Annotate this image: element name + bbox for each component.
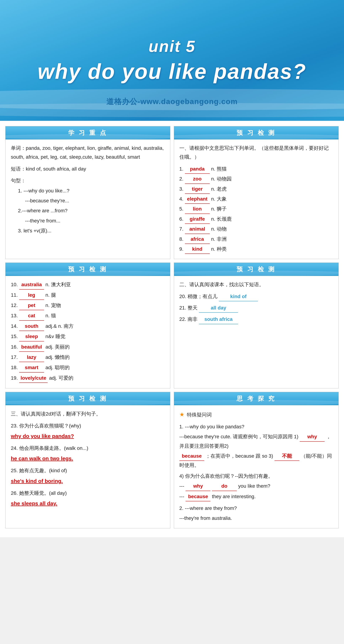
panel-study-header: 学 习 重 点: [6, 126, 170, 140]
preview1-item: 2. zoo n. 动物园: [179, 174, 333, 184]
blank-cannot: 不能: [274, 452, 299, 461]
panel-think-header: 思 考 探 究: [174, 392, 339, 405]
panel-preview2: 预 习 检 测 10. australia n. 澳大利亚11. leg n. …: [5, 262, 170, 388]
panel-think: 思 考 探 究 ★ 特殊疑问词 1. ---why do you like pa…: [174, 392, 339, 528]
panel-preview3-header: 预 习 检 测: [174, 263, 339, 276]
preview3-item: 21. 整天 all day: [179, 304, 333, 313]
panel-study-body: 单词：panda, zoo, tiger, elephant, lion, gi…: [6, 140, 170, 241]
preview2-item: 19. lovely/cute adj. 可爱的: [11, 374, 165, 383]
preview4-item: 26. 她整天睡觉。(all day) she sleeps all day.: [11, 489, 165, 508]
preview1-item: 6. giraffe n. 长颈鹿: [179, 214, 333, 224]
s2: ---because they're...: [11, 196, 165, 205]
preview2-item: 10. australia n. 澳大利亚: [11, 280, 165, 290]
phrase-text: kind of, south africa, all day: [26, 166, 86, 172]
preview2-item: 15. sleep n&v 睡觉: [11, 332, 165, 341]
preview1-items: 1. panda n. 熊猫2. zoo n. 动物园3. tiger n. 老…: [179, 164, 333, 254]
preview3-item: 20. 稍微；有点儿 kind of: [179, 292, 333, 301]
think-q1: 1. ---why do you like pandas?: [179, 422, 333, 431]
panel-preview2-body: 10. australia n. 澳大利亚11. leg n. 腿12. pet…: [6, 276, 170, 388]
preview4-intro: 三、请认真阅读2d对话，翻译下列句子。: [11, 410, 165, 418]
panel-preview4: 预 习 检 测 三、请认真阅读2d对话，翻译下列句子。 23. 你为什么喜欢熊猫…: [5, 392, 170, 528]
blank-why2: why: [186, 482, 210, 491]
row2: 预 习 检 测 10. australia n. 澳大利亚11. leg n. …: [5, 262, 339, 388]
sentence-label: 句型：: [11, 176, 165, 185]
star-icon: ★: [179, 411, 185, 418]
think-title: 特殊疑问词: [187, 412, 212, 418]
s4: ---they're from...: [11, 216, 165, 225]
preview3-items: 20. 稍微；有点儿 kind of21. 整天 all day22. 南非 s…: [179, 292, 333, 324]
vocab-text: panda, zoo, tiger, elephant, lion, giraf…: [11, 145, 164, 160]
think-q2: 2. ---where are they from?: [179, 504, 333, 513]
preview2-item: 11. leg n. 腿: [11, 291, 165, 300]
preview1-item: 9. kind n. 种类: [179, 245, 333, 254]
think-q1b: 4) 你为什么喜欢他们呢？--因为他们有趣。: [179, 472, 333, 480]
blank-because: because: [179, 452, 204, 461]
preview1-item: 8. africa n. 非洲: [179, 235, 333, 244]
think-because-line2: --- because they are interesting.: [179, 492, 333, 501]
s1: 1. ---why do you like...?: [11, 186, 165, 195]
panel-preview4-header: 预 习 检 测: [6, 392, 170, 405]
preview2-item: 18. smart adj. 聪明的: [11, 363, 165, 372]
s3: 2.---where are ...from?: [11, 206, 165, 215]
preview2-item: 17. lazy adj. 懒惰的: [11, 353, 165, 362]
blank-do: do: [212, 482, 237, 491]
preview2-item: 14. south adj.& n. 南方: [11, 322, 165, 331]
page-header: unit 5 why do you like pandas? 道格办公-www.…: [0, 0, 344, 121]
preview1-item: 4. elephant n. 大象: [179, 194, 333, 204]
panel-preview1-body: 一、请根据中文意思写出下列单词。（这些都是黑体单词，要好好记住哦。） 1. pa…: [174, 140, 339, 259]
preview2-items: 10. australia n. 澳大利亚11. leg n. 腿12. pet…: [11, 280, 165, 383]
blank-why1: why: [300, 432, 325, 442]
preview4-item: 23. 你为什么喜欢熊猫呢？(why) why do you like pand…: [11, 422, 165, 441]
think-q2a: ---they're from australia.: [179, 514, 333, 523]
header-title1: unit 5: [149, 37, 196, 56]
preview2-item: 12. pet n. 宠物: [11, 301, 165, 310]
header-title2: why do you like pandas?: [38, 59, 306, 84]
header-watermark: 道格办公-www.daogebangong.com: [106, 97, 238, 106]
think-because-line: because ；在英语中，because 跟 so 3) 不能 （能/不能）同…: [179, 452, 333, 470]
row1: 学 习 重 点 单词：panda, zoo, tiger, elephant, …: [5, 126, 339, 259]
panel-preview1-header: 预 习 检 测: [174, 126, 339, 140]
preview4-items: 23. 你为什么喜欢熊猫呢？(why) why do you like pand…: [11, 422, 165, 508]
preview1-item: 3. tiger n. 老虎: [179, 184, 333, 194]
preview2-item: 13. cat n. 猫: [11, 311, 165, 320]
preview3-item: 22. 南非 south africa: [179, 315, 333, 324]
preview3-intro: 二、请认真阅读课本，找出以下短语。: [179, 280, 333, 289]
preview2-item: 16. beautiful adj. 美丽的: [11, 342, 165, 352]
panel-preview1: 预 习 检 测 一、请根据中文意思写出下列单词。（这些都是黑体单词，要好好记住哦…: [174, 126, 339, 259]
row3: 预 习 检 测 三、请认真阅读2d对话，翻译下列句子。 23. 你为什么喜欢熊猫…: [5, 392, 339, 528]
phrase-label: 短语：: [11, 166, 26, 172]
preview4-item: 25. 她有点无趣。(kind of) she's kind of boring…: [11, 466, 165, 486]
phrase-line: 短语：kind of, south africa, all day: [11, 164, 165, 174]
panel-preview4-body: 三、请认真阅读2d对话，翻译下列句子。 23. 你为什么喜欢熊猫呢？(why) …: [6, 405, 170, 516]
think-q1a: ---because they're cute. 请观察例句，可知问原因用 1)…: [179, 432, 333, 450]
panel-preview3: 预 习 检 测 二、请认真阅读课本，找出以下短语。 20. 稍微；有点儿 kin…: [174, 262, 339, 388]
panel-preview3-body: 二、请认真阅读课本，找出以下短语。 20. 稍微；有点儿 kind of21. …: [174, 276, 339, 330]
content-area: 学 习 重 点 单词：panda, zoo, tiger, elephant, …: [0, 121, 344, 537]
s5: 3. let's +v(原)...: [11, 226, 165, 235]
blank-because2: because: [186, 492, 210, 501]
preview1-item: 1. panda n. 熊猫: [179, 164, 333, 174]
preview1-item: 5. lion n. 狮子: [179, 204, 333, 214]
panel-study: 学 习 重 点 单词：panda, zoo, tiger, elephant, …: [5, 126, 170, 259]
vocab-label: 单词：: [11, 145, 26, 151]
preview1-intro: 一、请根据中文意思写出下列单词。（这些都是黑体单词，要好好记住哦。）: [179, 144, 333, 162]
preview1-item: 7. animal n. 动物: [179, 224, 333, 234]
think-why-do-line: --- why do you like them?: [179, 482, 333, 491]
think-title-line: ★ 特殊疑问词: [179, 410, 333, 420]
panel-think-body: ★ 特殊疑问词 1. ---why do you like pandas? --…: [174, 405, 339, 528]
preview4-item: 24. 他会用两条腿走路。(walk on...) he can walk on…: [11, 444, 165, 463]
vocab-line: 单词：panda, zoo, tiger, elephant, lion, gi…: [11, 144, 165, 162]
panel-preview2-header: 预 习 检 测: [6, 263, 170, 276]
